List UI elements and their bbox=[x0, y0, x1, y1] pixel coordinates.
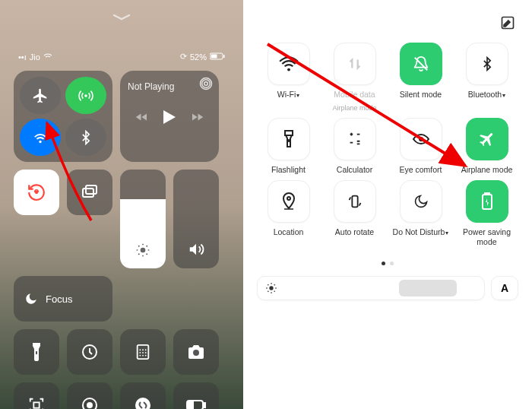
svg-point-15 bbox=[139, 349, 141, 350]
battery-label: 52% bbox=[190, 52, 207, 62]
tile-dnd: Do Not Disturb▾ bbox=[389, 180, 452, 246]
svg-point-6 bbox=[202, 80, 211, 88]
airplane-mode-button[interactable] bbox=[20, 77, 61, 114]
location-button[interactable] bbox=[268, 180, 310, 223]
svg-point-5 bbox=[204, 82, 208, 86]
page-dot-2[interactable] bbox=[390, 262, 394, 265]
wifi-button[interactable] bbox=[20, 119, 61, 156]
page-indicator bbox=[257, 262, 518, 265]
focus-label: Focus bbox=[46, 293, 72, 305]
svg-point-23 bbox=[145, 355, 147, 357]
flashlight-button[interactable] bbox=[268, 118, 310, 160]
tile-wifi: Wi-Fi▾ bbox=[257, 43, 320, 112]
bluetooth-button[interactable] bbox=[466, 43, 508, 85]
svg-point-41 bbox=[269, 287, 273, 290]
airplay-icon[interactable] bbox=[199, 77, 213, 94]
tile-mobile-data: Mobile data Airplane mode bbox=[323, 43, 386, 112]
flashlight-button[interactable] bbox=[14, 329, 59, 375]
svg-rect-40 bbox=[485, 193, 489, 195]
cellular-button[interactable] bbox=[65, 77, 106, 114]
sync-icon: ⟳ bbox=[180, 52, 187, 62]
android-quick-settings: Wi-Fi▾ Mobile data Airplane mode Silent … bbox=[243, 0, 532, 409]
volume-slider[interactable] bbox=[173, 170, 219, 268]
eye-comfort-button[interactable] bbox=[400, 118, 442, 160]
svg-rect-2 bbox=[223, 55, 225, 58]
panel-handle[interactable] bbox=[14, 14, 230, 21]
svg-point-37 bbox=[287, 197, 290, 200]
carrier-label: Jio bbox=[30, 52, 40, 62]
svg-point-16 bbox=[142, 349, 144, 350]
svg-point-27 bbox=[87, 403, 92, 407]
record-button[interactable] bbox=[67, 382, 112, 409]
svg-point-28 bbox=[135, 398, 150, 409]
forward-icon[interactable] bbox=[190, 112, 204, 122]
media-controls[interactable]: Not Playing bbox=[120, 71, 219, 162]
power-saving-button[interactable] bbox=[466, 180, 508, 223]
tile-flashlight: Flashlight bbox=[257, 118, 320, 175]
tile-bluetooth: Bluetooth▾ bbox=[455, 43, 518, 112]
svg-rect-9 bbox=[83, 189, 93, 197]
svg-rect-31 bbox=[188, 402, 193, 408]
svg-point-3 bbox=[84, 94, 87, 97]
play-icon[interactable] bbox=[163, 110, 176, 124]
tile-auto-rotate: Auto rotate bbox=[323, 180, 386, 246]
brightness-slider[interactable] bbox=[120, 170, 166, 268]
svg-rect-34 bbox=[285, 131, 293, 135]
camera-button[interactable] bbox=[173, 329, 219, 375]
svg-rect-38 bbox=[352, 196, 357, 208]
rewind-icon[interactable] bbox=[135, 112, 149, 122]
svg-rect-25 bbox=[33, 402, 39, 407]
svg-point-8 bbox=[36, 192, 37, 193]
tile-calculator: Calculator bbox=[323, 118, 386, 175]
edit-button[interactable] bbox=[500, 15, 515, 33]
svg-point-20 bbox=[145, 352, 147, 354]
connectivity-group bbox=[14, 71, 112, 162]
svg-rect-30 bbox=[204, 403, 205, 407]
svg-point-21 bbox=[139, 355, 141, 357]
tile-eye-comfort: Eye comfort bbox=[389, 118, 452, 175]
svg-rect-10 bbox=[86, 185, 97, 194]
timer-button[interactable] bbox=[67, 329, 112, 375]
low-power-button[interactable] bbox=[173, 382, 219, 409]
screen-mirroring-button[interactable] bbox=[67, 170, 112, 215]
svg-point-33 bbox=[287, 68, 290, 71]
page-dot-1[interactable] bbox=[382, 262, 385, 265]
svg-point-22 bbox=[142, 355, 144, 357]
svg-point-18 bbox=[139, 352, 141, 354]
tile-power-saving: Power saving mode bbox=[455, 180, 518, 246]
auto-brightness-button[interactable]: A bbox=[491, 276, 518, 300]
bluetooth-button[interactable] bbox=[65, 119, 106, 156]
calculator-button[interactable] bbox=[120, 329, 166, 375]
dnd-button[interactable] bbox=[400, 180, 442, 223]
qr-scanner-button[interactable] bbox=[14, 382, 59, 409]
calculator-button[interactable] bbox=[334, 118, 376, 160]
brightness-slider[interactable] bbox=[257, 276, 485, 300]
battery-icon bbox=[210, 52, 225, 62]
moon-icon bbox=[24, 292, 38, 306]
auto-rotate-button[interactable] bbox=[334, 180, 376, 223]
svg-point-35 bbox=[288, 140, 290, 141]
silent-mode-button[interactable] bbox=[400, 43, 442, 85]
brightness-row: A bbox=[257, 276, 518, 300]
orientation-lock-button[interactable] bbox=[14, 170, 59, 215]
svg-point-24 bbox=[193, 350, 199, 356]
signal-icon: ••ı bbox=[18, 52, 27, 62]
ios-control-center: ••ı Jio ⟳ 52% bbox=[0, 0, 243, 409]
tiles-grid: Wi-Fi▾ Mobile data Airplane mode Silent … bbox=[257, 43, 518, 246]
wifi-button[interactable] bbox=[268, 43, 310, 85]
mobile-data-button[interactable] bbox=[334, 43, 376, 85]
svg-point-17 bbox=[145, 349, 147, 350]
svg-point-19 bbox=[142, 352, 144, 354]
svg-point-11 bbox=[141, 248, 146, 253]
focus-button[interactable]: Focus bbox=[14, 276, 112, 322]
wifi-status-icon bbox=[43, 52, 52, 62]
brightness-icon bbox=[265, 282, 277, 294]
tile-location: Location bbox=[257, 180, 320, 246]
shazam-button[interactable] bbox=[120, 382, 166, 409]
tile-airplane-mode: Airplane mode bbox=[455, 118, 518, 175]
tile-silent-mode: Silent mode bbox=[389, 43, 452, 112]
svg-rect-1 bbox=[211, 54, 217, 58]
airplane-mode-button[interactable] bbox=[466, 118, 508, 160]
svg-point-4 bbox=[39, 140, 41, 142]
svg-rect-12 bbox=[36, 351, 37, 354]
